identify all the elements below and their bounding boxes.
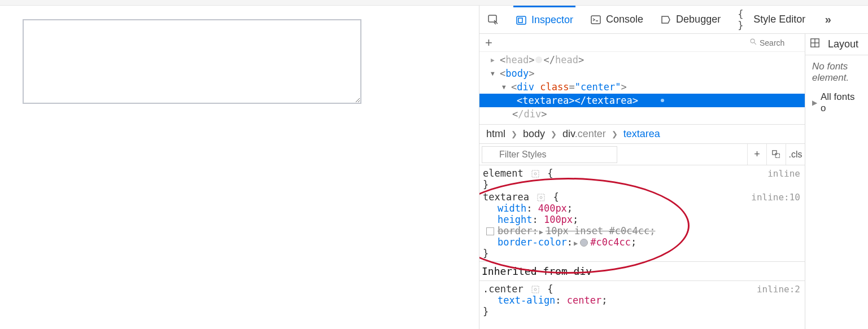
devtools-body: + ▶ <head></head> ▼ — [479, 34, 868, 329]
filter-styles-input[interactable] — [482, 146, 617, 163]
source-link[interactable]: inline:2 — [757, 284, 800, 295]
window-chrome-bar — [0, 0, 868, 6]
add-element-button[interactable]: + — [485, 36, 492, 50]
css-rule[interactable]: textarea { inline:10 width: 400px; heigh… — [483, 191, 800, 259]
breadcrumb-item[interactable]: html — [486, 128, 505, 140]
tag-name: div — [517, 81, 534, 93]
twisty-icon[interactable]: ▶ — [491, 56, 499, 64]
pseudo-classes-button[interactable] — [766, 144, 786, 165]
svg-point-10 — [540, 196, 542, 199]
right-pane-tabs: Layout — [805, 34, 868, 55]
page-textarea[interactable] — [23, 19, 361, 104]
devtools-right-column: Layout No fonts element. ▶ All fonts o — [805, 34, 868, 329]
selector: element — [483, 168, 524, 179]
breadcrumb: html ❯ body ❯ div.center ❯ textarea — [479, 124, 805, 144]
tag-name: body — [505, 68, 529, 79]
tag-name: textarea — [586, 95, 633, 106]
tabs-overflow-button[interactable]: » — [820, 6, 836, 33]
rules-pane: element { inline } textarea { i — [479, 165, 805, 329]
svg-rect-7 — [532, 170, 539, 177]
triangle-right-icon: ▶ — [812, 99, 817, 107]
cls-button[interactable]: .cls — [786, 144, 805, 165]
tree-row-body[interactable]: ▼ <body> — [479, 67, 805, 80]
css-declaration-overridden[interactable]: border:▶10px inset #c0c4cc; — [483, 225, 800, 236]
devtools-tabs: Inspector Console Debugger { } Style Edi… — [479, 6, 868, 34]
selector-target-icon[interactable] — [531, 169, 539, 177]
chevron-double-right-icon: » — [822, 14, 834, 25]
devtools-left-column: + ▶ <head></head> ▼ — [479, 34, 805, 329]
layout-tab-label[interactable]: Layout — [828, 38, 858, 50]
tab-inspector[interactable]: Inspector — [513, 6, 575, 33]
tab-console-label: Console — [606, 14, 643, 25]
layout-tab-icon[interactable] — [810, 38, 820, 51]
css-rule[interactable]: .center { inline:2 text-align: center; } — [483, 283, 800, 317]
main-layout: Inspector Console Debugger { } Style Edi… — [0, 6, 868, 329]
svg-rect-6 — [775, 153, 779, 157]
page-content-area — [0, 6, 479, 329]
devtools-panel: Inspector Console Debugger { } Style Edi… — [479, 6, 868, 329]
picker-icon — [487, 14, 499, 25]
inspector-icon — [516, 15, 527, 26]
css-declaration[interactable]: text-align: center; — [483, 295, 800, 306]
markup-toolbar: + — [479, 34, 805, 52]
selected-marker-icon — [661, 99, 664, 102]
tab-inspector-label: Inspector — [531, 14, 573, 26]
breadcrumb-item[interactable]: div.center — [562, 128, 606, 140]
fonts-pane: No fonts element. ▶ All fonts o — [805, 55, 868, 120]
source-link[interactable]: inline — [767, 168, 800, 179]
svg-rect-9 — [538, 194, 544, 201]
attr-name: class — [540, 81, 569, 93]
chevron-right-icon: ❯ — [511, 130, 517, 138]
css-rule[interactable]: element { inline } — [483, 168, 800, 190]
tree-row-div[interactable]: ▼ <div class="center"> — [479, 80, 805, 94]
styles-toolbar: + .cls — [479, 144, 805, 165]
expand-arrow-icon[interactable]: ▶ — [539, 228, 543, 236]
selector: textarea — [483, 191, 529, 203]
chevron-right-icon: ❯ — [551, 130, 557, 138]
tree-row-textarea-selected[interactable]: <textarea></textarea> — [479, 94, 805, 107]
rule-toggle-checkbox[interactable] — [486, 227, 494, 235]
tab-style-editor[interactable]: { } Style Editor — [735, 6, 808, 33]
no-fonts-message: No fonts — [812, 61, 861, 72]
expand-arrow-icon[interactable]: ▶ — [574, 239, 578, 247]
console-icon — [590, 14, 601, 25]
inherited-header: Inherited from div — [479, 261, 805, 281]
search-icon — [749, 38, 757, 47]
svg-rect-5 — [772, 150, 776, 154]
html-search-input[interactable] — [760, 38, 799, 47]
tag-close: /div — [518, 108, 541, 120]
twisty-icon[interactable]: ▼ — [491, 70, 499, 77]
element-picker-button[interactable] — [485, 6, 501, 33]
tab-debugger-label: Debugger — [676, 14, 721, 25]
svg-point-4 — [751, 39, 754, 43]
tree-row-div-close: </div> — [479, 107, 805, 121]
selector-target-icon[interactable] — [537, 192, 545, 200]
tab-style-editor-label: Style Editor — [753, 14, 805, 25]
selector-target-icon[interactable] — [531, 284, 539, 292]
color-swatch[interactable] — [580, 239, 588, 247]
breadcrumb-item-current[interactable]: textarea — [623, 128, 660, 140]
all-fonts-section[interactable]: ▶ All fonts o — [812, 91, 861, 114]
twisty-icon[interactable]: ▼ — [502, 84, 510, 91]
source-link[interactable]: inline:10 — [751, 192, 800, 203]
svg-rect-11 — [532, 286, 539, 293]
attr-value: center — [581, 81, 615, 93]
tree-row-head[interactable]: ▶ <head></head> — [479, 53, 805, 67]
tab-console[interactable]: Console — [588, 6, 645, 33]
tab-debugger[interactable]: Debugger — [658, 6, 723, 33]
no-fonts-message: element. — [812, 72, 861, 84]
add-rule-button[interactable]: + — [747, 144, 766, 165]
style-editor-icon: { } — [738, 14, 749, 25]
svg-point-8 — [534, 173, 536, 175]
all-fonts-label: All fonts o — [821, 91, 861, 114]
debugger-icon — [660, 14, 671, 25]
dom-tree[interactable]: ▶ <head></head> ▼ <body> ▼ <div class="c… — [479, 52, 805, 124]
selector: .center — [483, 283, 524, 295]
svg-rect-2 — [518, 18, 522, 23]
chevron-right-icon: ❯ — [612, 130, 618, 138]
svg-point-12 — [534, 288, 536, 291]
css-declaration[interactable]: height: 100px; — [483, 214, 800, 225]
css-declaration[interactable]: width: 400px; — [483, 203, 800, 214]
css-declaration[interactable]: border-color:▶#c0c4cc; — [483, 236, 800, 248]
breadcrumb-item[interactable]: body — [523, 128, 545, 140]
